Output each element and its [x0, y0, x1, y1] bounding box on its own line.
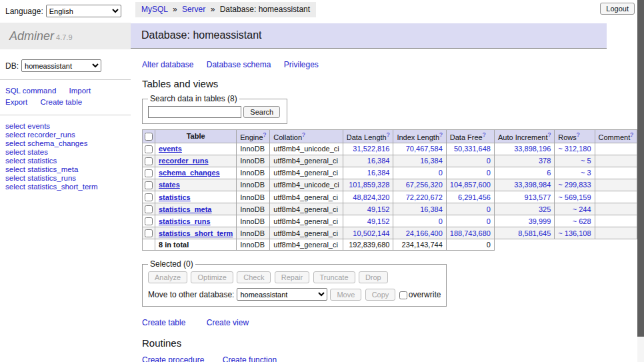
sidebar-select-schema-changes[interactable]: select schema_changes — [5, 139, 125, 148]
sidebar-select-recorder-runs[interactable]: select recorder_runs — [5, 131, 125, 139]
sidebar-select-states[interactable]: select states — [5, 148, 125, 157]
auto-increment-value[interactable]: 6 — [494, 167, 554, 179]
auto-increment-value[interactable]: 378 — [494, 155, 554, 167]
help-link[interactable]: ? — [263, 131, 267, 138]
row-checkbox[interactable] — [145, 217, 153, 225]
rows-value[interactable]: ~ 299,833 — [555, 179, 595, 191]
data-length-value[interactable]: 101,859,328 — [343, 179, 393, 191]
row-checkbox[interactable] — [145, 229, 153, 237]
logout-button[interactable]: Logout — [600, 3, 635, 15]
select-all-checkbox[interactable] — [145, 133, 153, 141]
index-length-value[interactable]: 72,220,672 — [393, 191, 446, 203]
analyze-button[interactable]: Analyze — [148, 271, 187, 283]
alter-database-link[interactable]: Alter database — [142, 60, 193, 69]
rows-value[interactable]: ~ 312,180 — [555, 143, 595, 155]
data-free-value[interactable]: 0 — [446, 215, 494, 227]
breadcrumb-server-link[interactable]: Server — [182, 5, 205, 14]
table-link-statistics-meta[interactable]: statistics_meta — [159, 205, 212, 213]
privileges-link[interactable]: Privileges — [284, 60, 319, 69]
index-length-value[interactable]: 0 — [393, 167, 446, 179]
table-link-statistics-runs[interactable]: statistics_runs — [159, 217, 211, 225]
help-link[interactable]: ? — [302, 131, 305, 138]
auto-increment-value[interactable]: 325 — [494, 203, 554, 215]
table-link-statistics[interactable]: statistics — [159, 193, 191, 201]
sidebar-link-sql-command[interactable]: SQL command — [5, 87, 56, 95]
database-schema-link[interactable]: Database schema — [207, 60, 271, 69]
check-button[interactable]: Check — [237, 271, 271, 283]
breadcrumb-mysql-link[interactable]: MySQL — [141, 5, 168, 14]
data-free-value[interactable]: 0 — [446, 167, 494, 179]
data-length-value[interactable]: 16,384 — [343, 167, 393, 179]
help-link[interactable]: ? — [387, 131, 390, 138]
sidebar-link-import[interactable]: Import — [69, 87, 91, 95]
help-link[interactable]: ? — [630, 131, 633, 138]
data-free-value[interactable]: 188,743,680 — [446, 227, 494, 239]
auto-increment-value[interactable]: 39,999 — [494, 215, 554, 227]
row-checkbox[interactable] — [145, 169, 153, 177]
data-length-value[interactable]: 10,502,144 — [343, 227, 393, 239]
sidebar-select-statistics-meta[interactable]: select statistics_meta — [5, 165, 125, 174]
help-link[interactable]: ? — [483, 131, 486, 138]
language-select[interactable]: English — [46, 5, 121, 17]
row-checkbox[interactable] — [145, 145, 153, 153]
data-free-value[interactable]: 6,291,456 — [446, 191, 494, 203]
row-checkbox[interactable] — [145, 181, 153, 189]
index-length-value[interactable]: 70,467,584 — [393, 143, 446, 155]
auto-increment-value[interactable]: 8,581,645 — [494, 227, 554, 239]
create-table-link[interactable]: Create table — [142, 318, 185, 327]
create-function-link[interactable]: Create function — [223, 355, 277, 362]
help-link[interactable]: ? — [439, 131, 443, 138]
row-checkbox[interactable] — [145, 157, 153, 165]
data-length-value[interactable]: 49,152 — [343, 203, 393, 215]
create-procedure-link[interactable]: Create procedure — [142, 355, 204, 362]
auto-increment-value[interactable]: 33,898,196 — [494, 143, 554, 155]
rows-value[interactable]: ~ 3 — [555, 167, 595, 179]
index-length-value[interactable]: 67,256,320 — [393, 179, 446, 191]
search-input[interactable] — [148, 106, 241, 118]
table-link-states[interactable]: states — [159, 181, 180, 189]
auto-increment-value[interactable]: 913,577 — [494, 191, 554, 203]
data-free-value[interactable]: 50,331,648 — [446, 143, 494, 155]
create-view-link[interactable]: Create view — [207, 318, 249, 327]
search-button[interactable]: Search — [243, 106, 280, 118]
data-free-value[interactable]: 104,857,600 — [446, 179, 494, 191]
rows-value[interactable]: ~ 244 — [555, 203, 595, 215]
help-link[interactable]: ? — [548, 131, 551, 138]
optimize-button[interactable]: Optimize — [191, 271, 233, 283]
rows-value[interactable]: ~ 569,159 — [555, 191, 595, 203]
index-length-value[interactable]: 0 — [393, 215, 446, 227]
sidebar-select-events[interactable]: select events — [5, 122, 125, 131]
drop-button[interactable]: Drop — [359, 271, 388, 283]
auto-increment-value[interactable]: 33,398,984 — [494, 179, 554, 191]
data-length-value[interactable]: 31,522,816 — [343, 143, 393, 155]
table-link-schema-changes[interactable]: schema_changes — [159, 169, 220, 177]
scrollbar-thumb[interactable] — [637, 0, 644, 337]
row-checkbox[interactable] — [145, 205, 153, 213]
sidebar-link-export[interactable]: Export — [5, 98, 27, 106]
sidebar-select-statistics[interactable]: select statistics — [5, 157, 125, 165]
index-length-value[interactable]: 16,384 — [393, 155, 446, 167]
row-checkbox[interactable] — [145, 193, 153, 201]
rows-value[interactable]: ~ 136,108 — [555, 227, 595, 239]
data-free-value[interactable]: 0 — [446, 155, 494, 167]
app-logo[interactable]: Adminer — [9, 29, 54, 43]
sidebar-select-statistics-short-term[interactable]: select statistics_short_term — [5, 183, 125, 191]
db-select[interactable]: homeassistant — [21, 59, 101, 72]
sidebar-select-statistics-runs[interactable]: select statistics_runs — [5, 174, 125, 183]
index-length-value[interactable]: 16,384 — [393, 203, 446, 215]
rows-value[interactable]: ~ 628 — [555, 215, 595, 227]
table-link-recorder-runs[interactable]: recorder_runs — [159, 157, 209, 165]
move-database-select[interactable]: homeassistant — [237, 288, 327, 301]
repair-button[interactable]: Repair — [275, 271, 309, 283]
copy-button[interactable]: Copy — [365, 289, 396, 301]
data-free-value[interactable]: 0 — [446, 203, 494, 215]
sidebar-link-create-table[interactable]: Create table — [40, 98, 82, 106]
index-length-value[interactable]: 24,166,400 — [393, 227, 446, 239]
table-link-statistics-short-term[interactable]: statistics_short_term — [159, 229, 233, 237]
help-link[interactable]: ? — [577, 131, 580, 138]
rows-value[interactable]: ~ 5 — [555, 155, 595, 167]
move-button[interactable]: Move — [330, 289, 361, 301]
data-length-value[interactable]: 48,824,320 — [343, 191, 393, 203]
truncate-button[interactable]: Truncate — [313, 271, 355, 283]
vertical-scrollbar[interactable] — [637, 0, 644, 362]
